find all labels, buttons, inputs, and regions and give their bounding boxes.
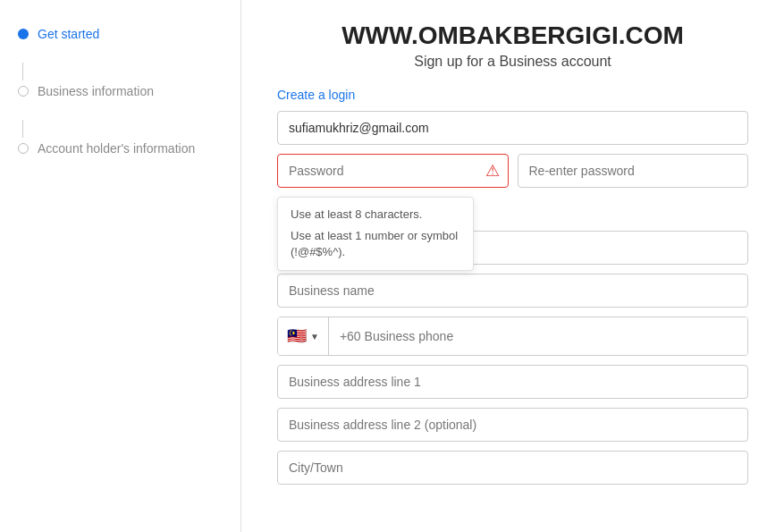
business-name-row [277,274,748,308]
section-label: Create a login [277,88,748,102]
site-subtitle: Sign up for a Business account [277,54,748,70]
password-field-wrapper: ⚠ Use at least 8 characters. Use at leas… [277,154,509,188]
sidebar-dot-active [18,29,29,39]
sidebar-item-label-account-holder: Account holder's information [38,141,195,156]
sidebar-item-get-started[interactable]: Get started [18,27,223,41]
city-field[interactable] [277,451,748,485]
phone-country-selector[interactable]: 🇲🇾 ▼ [278,317,329,355]
phone-field[interactable] [329,317,747,355]
sidebar-item-business-info[interactable]: Business information [18,84,223,98]
chevron-down-icon: ▼ [310,332,319,342]
sidebar-item-label-business-info: Business information [38,84,154,98]
password-tooltip: Use at least 8 characters. Use at least … [277,197,474,271]
address-line1-field[interactable] [277,365,748,399]
main-content: WWW.OMBAKBERGIGI.COM Sign up for a Busin… [241,0,784,532]
business-name-field[interactable] [277,274,748,308]
site-title: WWW.OMBAKBERGIGI.COM [277,21,748,50]
email-field[interactable] [277,111,748,145]
city-row [277,451,748,485]
phone-row: 🇲🇾 ▼ [277,317,748,356]
sidebar-connector-1 [22,63,23,80]
password-row: ⚠ Use at least 8 characters. Use at leas… [277,154,748,188]
email-row [277,111,748,145]
tooltip-line1: Use at least 8 characters. [291,207,460,223]
sidebar-dot-inactive-1 [18,86,29,97]
sidebar-connector-2 [22,120,23,138]
warning-icon: ⚠ [485,161,500,181]
reenter-password-field-wrapper [518,154,749,188]
reenter-password-field[interactable] [518,154,749,188]
sidebar: Get started Business information Account… [0,0,241,532]
phone-flag: 🇲🇾 [287,326,307,346]
address-line2-row [277,408,748,442]
address-line1-row [277,365,748,399]
password-field[interactable] [277,154,509,188]
tooltip-line2: Use at least 1 number or symbol (!@#$%^)… [291,228,460,260]
sidebar-item-label-get-started: Get started [38,27,99,41]
address-line2-field[interactable] [277,408,748,442]
sidebar-item-account-holder[interactable]: Account holder's information [18,141,223,156]
sidebar-dot-inactive-2 [18,143,29,154]
